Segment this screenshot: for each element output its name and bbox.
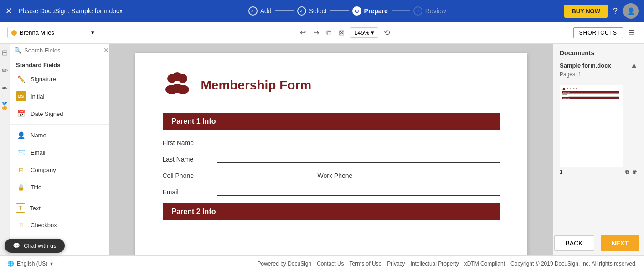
top-navigation: ✕ Please DocuSign: Sample form.docx ✓ Ad… [0,0,644,22]
copy-button[interactable]: ⧉ [325,27,333,39]
main-layout: ⊟ ✏ ✒ 🏅 🔍 ✕ Standard Fields ✏️ Signature… [0,44,644,255]
field-initial-label: Initial [31,93,44,100]
field-company[interactable]: ⊞ Company [10,161,109,178]
thumbnail-container: Membership Form Parent 1 Info First Name… [553,81,644,179]
step-divider-3 [392,10,410,11]
membership-logo [163,71,192,99]
field-title[interactable]: 🔒 Title [10,178,109,196]
field-signature-label: Signature [31,76,56,83]
chat-bubble[interactable]: 💬 Chat with us [5,239,65,253]
thumbnail-copy-icon[interactable]: ⧉ [625,169,629,175]
step-divider-1 [275,10,294,11]
sidebar-icon-sign[interactable]: ✏ [2,66,8,75]
document-title-text: Membership Form [201,78,312,93]
field-initial[interactable]: DS Initial [10,88,109,105]
doc-pages: Pages: 1 [553,71,644,81]
right-panel: Documents Sample form.docx ▲ Pages: 1 [553,44,644,255]
workphone-label: Work Phone [318,172,363,179]
lastname-line [217,154,500,163]
fields-list: Standard Fields ✏️ Signature DS Initial … [10,57,109,255]
fields-panel: 🔍 ✕ Standard Fields ✏️ Signature DS Init… [10,44,109,255]
workphone-line [372,170,500,179]
form-row-phone: Cell Phone Work Phone [163,170,500,179]
sidebar-icon-fields[interactable]: ⊟ [2,48,8,57]
search-input[interactable] [24,47,101,54]
intellectual-property-link[interactable]: Intellectual Property [411,261,459,267]
shortcuts-button[interactable]: SHORTCUTS [573,27,623,38]
zoom-dropdown-icon: ▾ [371,29,374,36]
doc-thumbnail[interactable]: Membership Form Parent 1 Info First Name… [560,85,623,167]
field-checkbox-label: Checkbox [31,222,57,229]
standard-fields-title: Standard Fields [10,57,109,70]
chat-label: Chat with us [24,242,57,249]
field-email-label: Email [31,149,46,156]
search-icon: 🔍 [14,47,21,54]
doc-file-name: Sample form.docx [560,62,611,69]
field-text[interactable]: T Text [10,200,109,216]
user-dot-icon [11,30,17,36]
next-button[interactable]: NEXT [601,235,639,251]
date-signed-icon: 📅 [16,109,26,119]
field-date-signed-label: Date Signed [31,110,63,117]
zoom-level: 145% [354,29,369,36]
step-select-label: Select [309,7,327,15]
name-icon: 👤 [16,130,26,140]
step-divider-2 [330,10,349,11]
step-select[interactable]: ✓ Select [297,6,327,16]
privacy-link[interactable]: Privacy [387,261,405,267]
step-prepare[interactable]: ⊙ Prepare [352,6,388,16]
close-button[interactable]: ✕ [5,6,12,16]
step-review[interactable]: ○ Review [413,6,446,16]
nav-icons: ? 👤 [613,3,639,19]
powered-by: Powered by DocuSign [257,261,311,267]
user-selector[interactable]: Brenna Miles ▾ [7,27,98,38]
sidebar-icon-pencil[interactable]: ✒ [2,84,8,93]
svg-point-9 [562,89,564,90]
step-review-label: Review [425,7,446,15]
back-button[interactable]: BACK [554,235,594,251]
field-name[interactable]: 👤 Name [10,126,109,144]
svg-point-2 [173,72,182,81]
collapse-icon[interactable]: ▲ [630,61,638,69]
language-dropdown-icon[interactable]: ▾ [50,261,53,267]
field-checkbox[interactable]: ☑ Checkbox [10,216,109,234]
form-row-lastname: Last Name [163,154,500,163]
documents-panel-title: Documents [553,44,644,59]
clear-search-icon[interactable]: ✕ [103,47,109,54]
section-parent2-header: Parent 2 Info [163,203,500,220]
field-company-label: Company [31,167,56,173]
help-icon[interactable]: ? [613,6,618,16]
firstname-label: First Name [163,139,208,146]
footer-links: Powered by DocuSign Contact Us Terms of … [257,261,637,267]
document-header: Membership Form [163,71,500,99]
delete-button[interactable]: ⊠ [337,26,346,39]
email-line [217,187,500,196]
language-label: English (US) [17,261,47,267]
toolbar-center: ↩ ↪ ⧉ ⊠ 145% ▾ ⟲ [117,26,573,39]
terms-of-use-link[interactable]: Terms of Use [350,261,382,267]
initial-icon: DS [16,91,26,101]
step-add[interactable]: ✓ Add [248,6,272,16]
documents-panel-icon[interactable]: ☰ [627,26,637,39]
cellphone-label: Cell Phone [163,172,208,179]
field-email[interactable]: ✉️ Email [10,144,109,161]
text-icon: T [16,203,25,213]
field-date-signed[interactable]: 📅 Date Signed [10,105,109,122]
redo-button[interactable]: ↪ [311,26,321,39]
sidebar-icon-stamp[interactable]: 🏅 [0,102,9,110]
thumbnail-delete-icon[interactable]: 🗑 [632,169,638,175]
avatar[interactable]: 👤 [623,3,639,19]
contact-us-link[interactable]: Contact Us [317,261,344,267]
lastname-label: Last Name [163,156,208,163]
footer-bar: 🌐 English (US) ▾ Powered by DocuSign Con… [0,255,644,271]
svg-point-8 [563,88,564,89]
field-title-label: Title [31,184,41,191]
undo-button[interactable]: ↩ [298,26,308,39]
step-add-label: Add [260,7,272,15]
buy-now-button[interactable]: BUY NOW [564,5,608,18]
page-number: 1 [560,169,563,175]
repeat-button[interactable]: ⟲ [382,26,392,39]
field-signature[interactable]: ✏️ Signature [10,70,109,88]
zoom-control[interactable]: 145% ▾ [350,27,378,38]
svg-point-11 [563,89,565,90]
